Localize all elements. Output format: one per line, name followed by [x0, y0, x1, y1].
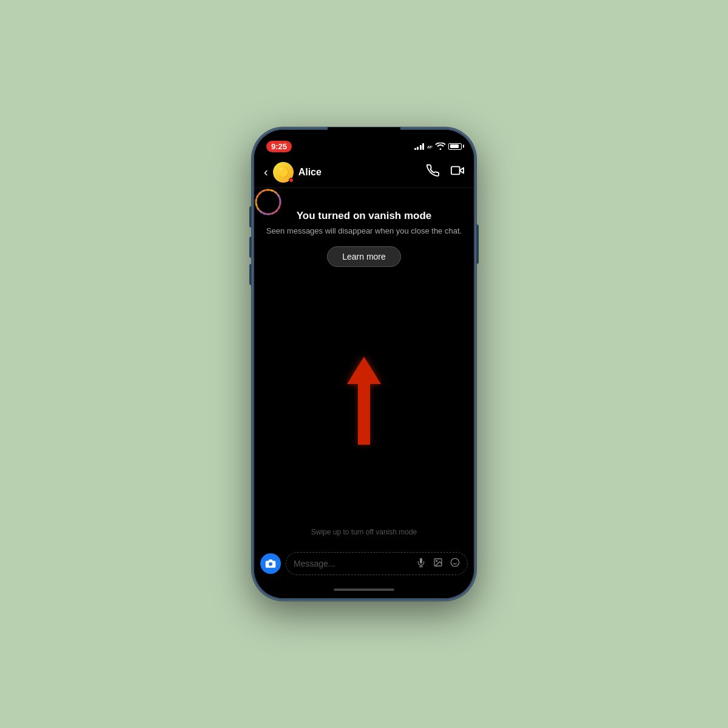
input-icons [416, 558, 460, 570]
message-bar: Message... [254, 547, 474, 581]
wifi-icon: 𝓌 [427, 141, 433, 151]
home-indicator [254, 581, 474, 598]
message-input[interactable]: Message... [286, 552, 468, 575]
svg-point-3 [256, 190, 280, 214]
status-time: 9:25 [266, 141, 292, 152]
camera-icon [265, 558, 276, 569]
gallery-icon[interactable] [433, 558, 443, 570]
svg-point-5 [436, 561, 437, 562]
battery-icon [448, 143, 462, 150]
header-actions [426, 164, 464, 180]
arrow-head [347, 357, 381, 384]
back-button[interactable]: ‹ [264, 165, 268, 179]
avatar-active-dot [289, 178, 294, 183]
phone-screen: 9:25 𝓌 ‹ [254, 130, 474, 598]
up-arrow [347, 357, 381, 445]
arrow-shaft [358, 384, 370, 445]
wifi-icon [436, 143, 445, 150]
svg-rect-1 [451, 167, 460, 175]
notch [328, 130, 400, 143]
avatar: 🟡 [273, 162, 294, 183]
call-button[interactable] [426, 164, 440, 180]
contact-name: Alice [298, 167, 426, 178]
chat-body: You turned on vanish mode Seen messages … [254, 188, 474, 547]
signal-icon [414, 143, 425, 150]
svg-marker-0 [460, 167, 463, 173]
message-placeholder: Message... [294, 559, 335, 568]
video-call-button[interactable] [451, 164, 464, 180]
emoji-icon[interactable] [450, 558, 460, 570]
status-icons: 𝓌 [414, 141, 462, 151]
svg-point-6 [451, 558, 459, 566]
chat-header: ‹ 🟡 Alice [254, 157, 474, 188]
home-bar [334, 588, 394, 591]
mic-icon[interactable] [416, 558, 426, 570]
battery-fill [450, 144, 459, 148]
camera-button[interactable] [260, 553, 281, 574]
phone-frame: 9:25 𝓌 ‹ [252, 127, 476, 601]
